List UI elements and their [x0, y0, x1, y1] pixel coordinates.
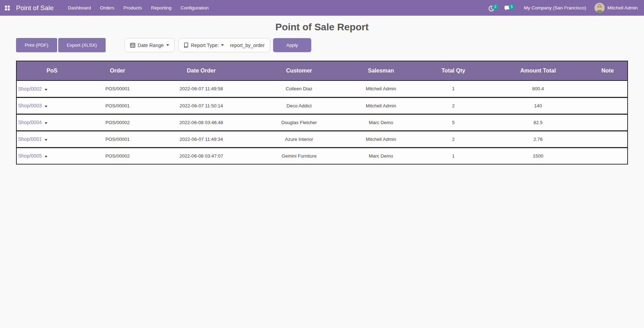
- table-header-row: PoS Order Date Order Customer Salesman T…: [16, 61, 628, 81]
- customer-cell: Azure Interior: [255, 131, 343, 147]
- book-icon: [184, 43, 189, 48]
- pos-link[interactable]: Shop/0005: [18, 153, 42, 159]
- header-total-qty: Total Qty: [418, 61, 488, 81]
- messages-button[interactable]: 5: [502, 3, 515, 13]
- nav-item-orders[interactable]: Orders: [96, 0, 119, 16]
- pos-cell: Shop/0004: [16, 114, 87, 131]
- salesman-cell: Mitchell Admin: [343, 81, 419, 97]
- table-row: Shop/0005POS/000022022-06-08 03:47:07Gem…: [16, 147, 628, 164]
- note-cell: [588, 147, 628, 164]
- chevron-down-icon[interactable]: [45, 89, 47, 91]
- date-order-cell: 2022-06-07 11:49:58: [148, 81, 255, 97]
- customer-cell: Gemini Furniture: [255, 147, 343, 164]
- salesman-cell: Marc Demo: [343, 147, 419, 164]
- report-toolbar: Print (PDF) Export (XLSX) Date Range Rep…: [16, 38, 628, 52]
- chevron-down-icon[interactable]: [45, 106, 47, 107]
- order-cell: POS/00001: [87, 81, 148, 97]
- pos-link[interactable]: Shop/0004: [18, 120, 42, 125]
- chevron-down-icon: [166, 44, 169, 46]
- calendar-icon: [130, 43, 135, 48]
- total-qty-cell: 2: [418, 131, 488, 147]
- note-cell: [588, 114, 628, 131]
- report-type-dropdown[interactable]: Report Type: report_by_order: [178, 38, 271, 52]
- date-order-cell: 2022-06-07 11:50:14: [148, 97, 255, 114]
- avatar: [594, 3, 605, 13]
- header-note: Note: [588, 61, 628, 81]
- messages-badge: 5: [509, 4, 515, 10]
- table-row: Shop/0003POS/000012022-06-07 11:50:14Dec…: [16, 97, 628, 114]
- order-cell: POS/00001: [87, 97, 148, 114]
- user-name: Mitchell Admin: [607, 5, 638, 10]
- pos-cell: Shop/0005: [16, 147, 87, 164]
- print-pdf-button[interactable]: Print (PDF): [16, 38, 57, 52]
- pos-link[interactable]: Shop/0003: [18, 103, 42, 108]
- chevron-down-icon[interactable]: [45, 139, 47, 141]
- date-range-dropdown[interactable]: Date Range: [124, 38, 175, 52]
- chevron-down-icon[interactable]: [45, 122, 47, 124]
- date-order-cell: 2022-06-07 11:49:34: [148, 131, 255, 147]
- date-order-cell: 2022-06-08 03:47:07: [148, 147, 255, 164]
- table-row: Shop/0004POS/000022022-06-08 03:46:48Dou…: [16, 114, 628, 131]
- apply-button[interactable]: Apply: [273, 38, 311, 52]
- amount-total-cell: 82.5: [488, 114, 588, 131]
- total-qty-cell: 5: [418, 114, 488, 131]
- page-title: Point of Sale Report: [0, 22, 644, 33]
- user-menu[interactable]: Mitchell Admin: [594, 3, 640, 13]
- total-qty-cell: 1: [418, 81, 488, 97]
- date-order-cell: 2022-06-08 03:46:48: [148, 114, 255, 131]
- table-row: Shop/0001POS/000012022-06-07 11:49:34Azu…: [16, 131, 628, 147]
- pos-cell: Shop/0002: [16, 81, 87, 97]
- report-table-body: Shop/0002POS/000012022-06-07 11:49:58Col…: [16, 81, 628, 164]
- note-cell: [588, 97, 628, 114]
- nav-item-dashboard[interactable]: Dashboard: [63, 0, 96, 16]
- activity-badge: 2: [492, 4, 499, 10]
- amount-total-cell: 800.4: [488, 81, 588, 97]
- order-cell: POS/00002: [87, 114, 148, 131]
- salesman-cell: Mitchell Admin: [343, 97, 419, 114]
- apps-menu-button[interactable]: [0, 0, 15, 16]
- report-table: PoS Order Date Order Customer Salesman T…: [16, 61, 628, 165]
- main-menu: Dashboard Orders Products Reporting Conf…: [63, 0, 213, 16]
- apps-grid-icon: [5, 6, 10, 10]
- order-cell: POS/00002: [87, 147, 148, 164]
- header-amount-total: Amount Total: [488, 61, 588, 81]
- customer-cell: Deco Addict: [255, 97, 343, 114]
- header-customer: Customer: [255, 61, 343, 81]
- customer-cell: Colleen Diaz: [255, 81, 343, 97]
- main-content: Point of Sale Report Print (PDF) Export …: [0, 22, 644, 165]
- header-order: Order: [87, 61, 148, 81]
- date-range-label: Date Range: [138, 43, 164, 48]
- chevron-down-icon: [221, 44, 224, 46]
- pos-link[interactable]: Shop/0001: [18, 136, 42, 142]
- header-salesman: Salesman: [343, 61, 419, 81]
- pos-link[interactable]: Shop/0002: [18, 86, 42, 92]
- pos-cell: Shop/0001: [16, 131, 87, 147]
- total-qty-cell: 1: [418, 147, 488, 164]
- customer-cell: Douglas Fletcher: [255, 114, 343, 131]
- report-type-label: Report Type:: [191, 43, 219, 48]
- salesman-cell: Mitchell Admin: [343, 131, 419, 147]
- nav-item-reporting[interactable]: Reporting: [146, 0, 176, 16]
- order-cell: POS/00001: [87, 131, 148, 147]
- pos-cell: Shop/0003: [16, 97, 87, 114]
- company-switcher[interactable]: My Company (San Francisco): [524, 5, 586, 10]
- export-xlsx-button[interactable]: Export (XLSX): [58, 38, 106, 52]
- amount-total-cell: 1500: [488, 147, 588, 164]
- chevron-down-icon[interactable]: [45, 156, 47, 158]
- salesman-cell: Marc Demo: [343, 114, 419, 131]
- note-cell: [588, 81, 628, 97]
- header-date-order: Date Order: [148, 61, 255, 81]
- header-pos: PoS: [16, 61, 87, 81]
- amount-total-cell: 140: [488, 97, 588, 114]
- activities-button[interactable]: 2: [486, 3, 498, 13]
- total-qty-cell: 2: [418, 97, 488, 114]
- amount-total-cell: 2.76: [488, 131, 588, 147]
- top-navbar: Point of Sale Dashboard Orders Products …: [0, 0, 644, 16]
- nav-item-products[interactable]: Products: [119, 0, 146, 16]
- app-brand[interactable]: Point of Sale: [16, 4, 54, 12]
- note-cell: [588, 131, 628, 147]
- table-row: Shop/0002POS/000012022-06-07 11:49:58Col…: [16, 81, 628, 97]
- nav-item-configuration[interactable]: Configuration: [176, 0, 213, 16]
- report-type-value[interactable]: report_by_order: [230, 43, 265, 48]
